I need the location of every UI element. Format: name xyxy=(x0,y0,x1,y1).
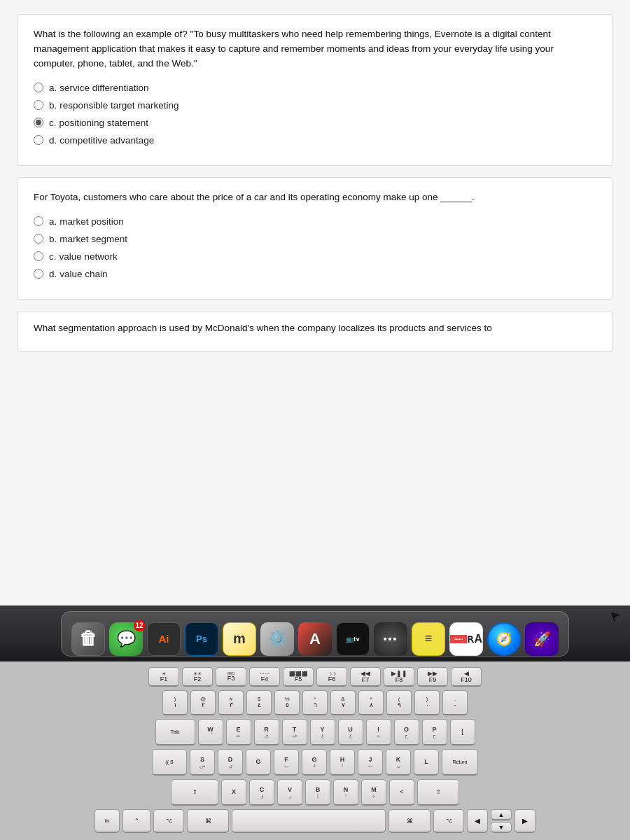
key-comma[interactable]: < xyxy=(389,779,414,806)
q1-radio-b[interactable] xyxy=(34,100,43,110)
key-shift-left[interactable]: ⇧ xyxy=(171,779,218,806)
q1-option-a[interactable]: a. service differentiation xyxy=(34,83,596,93)
key-right[interactable]: ▶ xyxy=(514,809,536,833)
key-f10[interactable]: ◀ F10 xyxy=(451,667,482,687)
q1-option-d[interactable]: d. competitive advantage xyxy=(34,135,596,146)
key-t[interactable]: T ف xyxy=(282,719,307,746)
q2-option-c[interactable]: c. value network xyxy=(34,251,596,262)
q2-option-d[interactable]: d. value chain xyxy=(34,269,596,279)
q2-option-a-label: market position xyxy=(59,216,124,227)
key-asterisk[interactable]: * ٨ xyxy=(358,690,384,715)
dock-item-messages[interactable]: 💬 12 xyxy=(109,622,143,656)
key-f8[interactable]: ▶❚❚ F8 xyxy=(384,667,414,687)
key-paren-close[interactable]: ) ١ xyxy=(162,690,188,715)
dock-item-safari[interactable]: 🧭 xyxy=(487,622,521,656)
key-k[interactable]: K ن xyxy=(386,749,411,776)
cursor-icon xyxy=(611,610,622,623)
dock-item-notes[interactable]: ≡ xyxy=(412,622,445,656)
key-o[interactable]: O خ xyxy=(394,719,419,746)
key-up[interactable]: ▲ xyxy=(491,809,512,820)
key-hash[interactable]: # ٣ xyxy=(218,690,244,715)
key-e[interactable]: E ث xyxy=(226,719,251,746)
key-r[interactable]: R ق xyxy=(254,719,279,746)
question-1-block: What is the following an example of? "To… xyxy=(18,14,612,166)
m-label: m xyxy=(233,631,246,647)
key-d[interactable]: D ي xyxy=(218,749,243,776)
key-f[interactable]: F ب xyxy=(274,749,299,776)
key-f9[interactable]: ▶▶ F9 xyxy=(417,667,448,687)
key-dollar[interactable]: $ ٤ xyxy=(246,690,272,715)
q1-radio-d[interactable] xyxy=(34,135,43,145)
key-bracket-open[interactable]: [ xyxy=(450,719,475,746)
dock-item-launchpad[interactable]: 🚀 xyxy=(525,622,559,656)
key-f7[interactable]: ◀◀ F7 xyxy=(350,667,381,687)
key-at[interactable]: @ ٢ xyxy=(190,690,216,715)
key-fn[interactable]: fn xyxy=(94,809,120,833)
key-f2[interactable]: ☀☀ F2 xyxy=(182,667,213,687)
key-f3[interactable]: ⊞⊡ F3 xyxy=(216,667,246,687)
q1-radio-c[interactable] xyxy=(34,118,43,127)
key-n[interactable]: N ! xyxy=(333,779,358,806)
key-x[interactable]: X xyxy=(221,779,246,806)
q2-option-a[interactable]: a. market position xyxy=(34,216,596,227)
key-alt-left[interactable]: ⌥ xyxy=(153,809,184,833)
key-alt-right[interactable]: ⌥ xyxy=(433,809,464,833)
key-cmd-right[interactable]: ⌘ xyxy=(388,809,430,833)
dock-item-appletv[interactable]: 📺tv xyxy=(336,622,370,656)
key-p[interactable]: P ح xyxy=(422,719,447,746)
dock-item-settings[interactable]: ⚙️ xyxy=(260,622,294,656)
key-caps[interactable]: (( S xyxy=(152,749,187,776)
q2-radio-c[interactable] xyxy=(34,251,43,261)
ai-label: Ai xyxy=(159,633,169,645)
key-f5[interactable]: ⬛⬛⬛ F5 xyxy=(283,667,314,687)
q1-option-b[interactable]: b. responsible target marketing xyxy=(34,100,596,111)
question-2-block: For Toyota, customers who care about the… xyxy=(18,177,612,300)
key-tab[interactable]: Tab xyxy=(155,719,195,746)
key-b[interactable]: B إ xyxy=(305,779,330,806)
key-l[interactable]: L xyxy=(414,749,439,776)
dock-item-trash[interactable]: 🗑 xyxy=(71,622,105,656)
key-down[interactable]: ▼ xyxy=(491,822,512,833)
key-percent[interactable]: % ٥ xyxy=(274,690,300,715)
key-space[interactable] xyxy=(232,809,386,833)
key-shift-right[interactable]: ⇧ xyxy=(417,779,459,806)
q2-radio-b[interactable] xyxy=(34,234,43,244)
key-v[interactable]: V ر xyxy=(277,779,302,806)
key-u[interactable]: U ع xyxy=(338,719,363,746)
dock-item-illustrator[interactable]: Ai xyxy=(147,622,181,656)
key-j[interactable]: J ت xyxy=(358,749,383,776)
key-c[interactable]: C ؤ xyxy=(249,779,274,806)
q2-radio-d[interactable] xyxy=(34,269,43,279)
key-left[interactable]: ◀ xyxy=(467,809,488,833)
key-h[interactable]: H ا xyxy=(330,749,355,776)
key-ampersand[interactable]: & ٧ xyxy=(330,690,356,715)
key-cmd-left[interactable]: ⌘ xyxy=(187,809,229,833)
key-s[interactable]: S س xyxy=(190,749,215,776)
key-caret[interactable]: ^ ٦ xyxy=(302,690,328,715)
key-f1[interactable]: ☀ F1 xyxy=(148,667,179,687)
dock-item-fonts[interactable]: A xyxy=(298,622,332,656)
key-return[interactable]: Return xyxy=(442,749,478,776)
q1-radio-a[interactable] xyxy=(34,83,43,92)
key-ctrl[interactable]: ⌃ xyxy=(122,809,150,833)
key-g2[interactable]: G J xyxy=(302,749,327,776)
key-g[interactable]: G xyxy=(246,749,271,776)
dock: 🗑 💬 12 Ai Ps m ⚙️ A 📺tv xyxy=(61,611,569,657)
dock-item-calendar[interactable]: •••••• ʀA xyxy=(449,622,483,656)
dock-item-miro[interactable]: m xyxy=(223,622,256,656)
key-f6[interactable]: ☽☽ F6 xyxy=(316,667,347,687)
key-w[interactable]: W ً xyxy=(198,719,223,746)
q2-radio-a[interactable] xyxy=(34,216,43,226)
key-f4[interactable]: ⋯⋯ F4 xyxy=(249,667,280,687)
dock-item-more[interactable]: ••• xyxy=(374,622,407,656)
key-m[interactable]: M ة xyxy=(361,779,386,806)
key-y[interactable]: Y غ xyxy=(310,719,335,746)
q2-option-b[interactable]: b. market segment xyxy=(34,234,596,244)
key-dot[interactable]: . - xyxy=(442,690,468,715)
key-i[interactable]: I ه xyxy=(366,719,391,746)
key-paren-open[interactable]: ( ٩ xyxy=(386,690,412,715)
dock-item-photoshop[interactable]: Ps xyxy=(185,622,218,656)
key-paren-close2[interactable]: ) ٠ xyxy=(414,690,440,715)
zxcv-row: ⇧ X C ؤ V ر B إ N ! M ة < ⇧ xyxy=(4,779,626,806)
q1-option-c[interactable]: c. positioning statement xyxy=(34,118,596,128)
